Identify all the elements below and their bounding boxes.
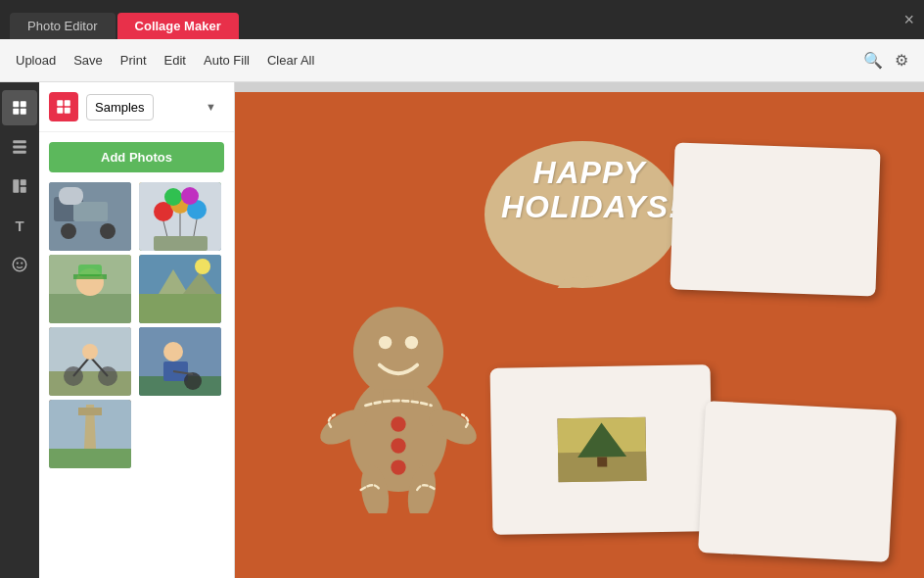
samples-dropdown[interactable]: Samples bbox=[86, 94, 154, 120]
svg-rect-32 bbox=[154, 236, 208, 251]
dropdown-wrapper: Samples ▼ bbox=[86, 94, 224, 120]
svg-rect-39 bbox=[139, 294, 221, 323]
photo-frame-3[interactable] bbox=[698, 401, 897, 562]
photo-frame-2[interactable] bbox=[490, 364, 714, 535]
svg-rect-34 bbox=[49, 294, 131, 323]
menu-auto-fill[interactable]: Auto Fill bbox=[204, 53, 250, 68]
add-photos-button[interactable]: Add Photos bbox=[49, 142, 224, 172]
svg-rect-1 bbox=[21, 101, 26, 107]
sidebar-stickers-icon[interactable] bbox=[2, 247, 37, 282]
svg-point-52 bbox=[163, 342, 183, 361]
sidebar-layout-icon[interactable] bbox=[2, 169, 37, 204]
photo-thumb-1[interactable] bbox=[49, 182, 131, 251]
svg-point-11 bbox=[17, 262, 19, 264]
canvas-area: HAPPY HOLIDAYS! bbox=[235, 82, 924, 578]
svg-point-66 bbox=[405, 336, 418, 349]
settings-icon[interactable]: ⚙ bbox=[895, 51, 908, 70]
svg-point-20 bbox=[100, 223, 116, 239]
panel-logo bbox=[49, 92, 78, 121]
svg-point-49 bbox=[82, 344, 98, 360]
svg-rect-9 bbox=[21, 187, 26, 193]
photo-thumb-7[interactable] bbox=[49, 400, 131, 468]
left-panel: Samples ▼ Add Photos bbox=[39, 82, 235, 578]
svg-rect-3 bbox=[21, 109, 26, 115]
svg-rect-57 bbox=[49, 449, 131, 468]
svg-rect-16 bbox=[65, 108, 70, 114]
svg-point-12 bbox=[21, 262, 23, 264]
menu-icons: 🔍 ⚙ bbox=[863, 51, 908, 70]
svg-point-71 bbox=[391, 416, 405, 431]
svg-point-28 bbox=[181, 187, 199, 205]
photo-thumb-3[interactable] bbox=[49, 255, 131, 323]
holiday-line1: HAPPY bbox=[501, 156, 677, 190]
svg-rect-64 bbox=[384, 390, 414, 409]
tabs: Photo Editor Collage Maker bbox=[10, 0, 241, 39]
svg-point-63 bbox=[353, 307, 443, 397]
tab-collage-maker[interactable]: Collage Maker bbox=[117, 13, 239, 39]
svg-point-54 bbox=[184, 372, 202, 390]
main-area: T Samples ▼ Add Photos bbox=[0, 82, 924, 578]
dropdown-arrow-icon: ▼ bbox=[206, 101, 216, 113]
photos-grid bbox=[39, 182, 234, 478]
svg-point-42 bbox=[195, 259, 210, 274]
collage-canvas: HAPPY HOLIDAYS! bbox=[235, 92, 924, 578]
svg-point-10 bbox=[13, 258, 26, 271]
svg-rect-21 bbox=[73, 202, 108, 221]
search-icon[interactable]: 🔍 bbox=[863, 51, 883, 70]
svg-point-73 bbox=[391, 459, 405, 474]
menu-bar: Upload Save Print Edit Auto Fill Clear A… bbox=[0, 39, 924, 82]
sidebar-text-icon[interactable]: T bbox=[2, 208, 37, 243]
svg-point-27 bbox=[164, 188, 182, 206]
svg-rect-5 bbox=[13, 146, 26, 149]
svg-rect-44 bbox=[49, 371, 131, 396]
tree-photo bbox=[557, 417, 646, 483]
sidebar-grid-icon[interactable] bbox=[2, 129, 37, 165]
svg-rect-4 bbox=[13, 140, 26, 143]
close-button[interactable]: × bbox=[903, 11, 914, 28]
holiday-text: HAPPY HOLIDAYS! bbox=[501, 156, 677, 224]
svg-rect-0 bbox=[13, 101, 19, 107]
svg-rect-8 bbox=[21, 179, 26, 185]
gingerbread-figure bbox=[310, 288, 486, 513]
svg-rect-59 bbox=[78, 408, 102, 415]
svg-rect-22 bbox=[59, 187, 83, 205]
menu-edit[interactable]: Edit bbox=[164, 53, 186, 68]
svg-rect-6 bbox=[13, 151, 26, 154]
sidebar-icons: T bbox=[0, 82, 39, 578]
photo-frame-1[interactable] bbox=[670, 142, 880, 296]
menu-upload[interactable]: Upload bbox=[16, 53, 56, 68]
holiday-line2: HOLIDAYS! bbox=[501, 190, 677, 224]
photo-thumb-5[interactable] bbox=[49, 327, 131, 396]
svg-rect-77 bbox=[597, 457, 607, 466]
svg-rect-7 bbox=[13, 179, 19, 193]
svg-rect-15 bbox=[57, 108, 63, 114]
panel-header: Samples ▼ bbox=[39, 82, 234, 132]
menu-save[interactable]: Save bbox=[73, 53, 103, 68]
svg-rect-13 bbox=[57, 100, 63, 106]
menu-clear-all[interactable]: Clear All bbox=[267, 53, 314, 68]
tab-photo-editor[interactable]: Photo Editor bbox=[10, 13, 116, 39]
photo-thumb-2[interactable] bbox=[139, 182, 221, 251]
svg-rect-2 bbox=[13, 109, 19, 115]
photo-thumb-4[interactable] bbox=[139, 255, 221, 323]
svg-point-65 bbox=[379, 336, 392, 349]
menu-print[interactable]: Print bbox=[120, 53, 147, 68]
svg-rect-14 bbox=[65, 100, 70, 106]
photo-thumb-6[interactable] bbox=[139, 327, 221, 396]
sidebar-photos-icon[interactable] bbox=[2, 90, 37, 125]
title-bar: Photo Editor Collage Maker × bbox=[0, 0, 924, 39]
svg-rect-37 bbox=[73, 274, 107, 279]
svg-point-19 bbox=[61, 223, 76, 239]
svg-point-72 bbox=[391, 438, 405, 453]
